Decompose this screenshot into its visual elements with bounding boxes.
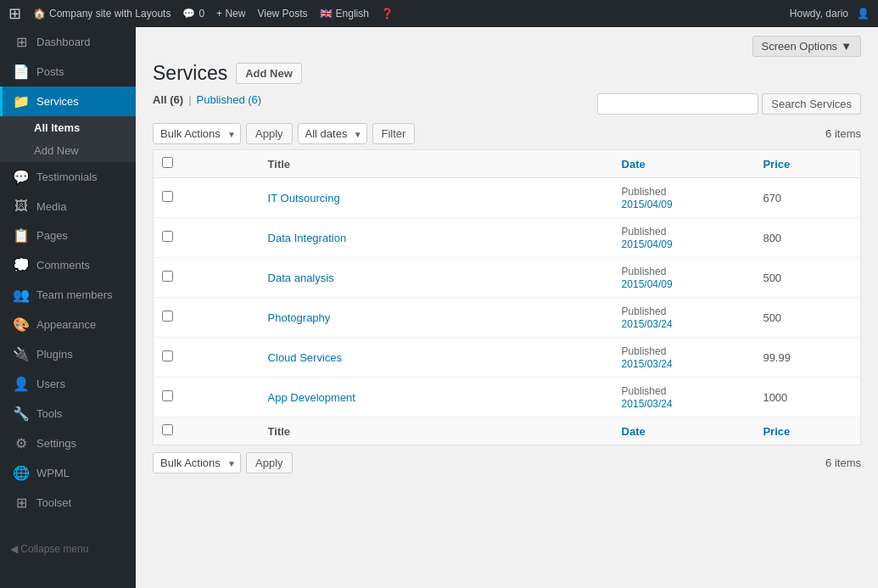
filter-published[interactable]: Published (6) [197, 93, 262, 106]
toolbar-top-right: 6 items [825, 127, 861, 140]
pub-status-5: Published [622, 385, 667, 397]
sidebar-item-pages[interactable]: 📋 Pages [0, 221, 136, 250]
search-input[interactable] [597, 93, 758, 115]
dashboard-icon: ⊞ [13, 34, 30, 50]
pub-date-2[interactable]: 2015/04/09 [622, 278, 673, 290]
appearance-icon: 🎨 [13, 316, 30, 333]
apply-top-button[interactable]: Apply [246, 123, 293, 144]
col-footer-price[interactable]: Price [754, 417, 860, 445]
collapse-menu[interactable]: ◀ Collapse menu [0, 535, 136, 563]
sidebar-item-comments[interactable]: 💭 Comments [0, 250, 136, 280]
add-new-button[interactable]: Add New [236, 63, 302, 84]
bulk-actions-top-wrap: Bulk Actions ▼ [153, 123, 241, 144]
all-dates-wrap: All dates ▼ [298, 123, 367, 144]
sidebar: ⊞ Dashboard 📄 Posts 📁 Services All Items… [0, 27, 136, 588]
row-checkbox-1[interactable] [162, 231, 173, 242]
team-icon: 👥 [13, 287, 30, 303]
settings-icon: ⚙ [13, 435, 30, 451]
all-dates-select[interactable]: All dates [298, 123, 367, 144]
service-title-5[interactable]: App Development [268, 391, 355, 404]
pub-date-5[interactable]: 2015/03/24 [622, 398, 673, 410]
sidebar-item-posts[interactable]: 📄 Posts [0, 57, 136, 87]
pub-date-4[interactable]: 2015/03/24 [622, 358, 673, 370]
comments-link[interactable]: 💬 0 [182, 8, 204, 20]
services-icon: 📁 [13, 93, 30, 109]
sidebar-item-dashboard[interactable]: ⊞ Dashboard [0, 27, 136, 57]
sidebar-item-users[interactable]: 👤 Users [0, 369, 136, 399]
help-icon[interactable]: ❓ [381, 8, 394, 20]
service-title-1[interactable]: Data Integration [268, 232, 347, 244]
select-all-checkbox-bottom[interactable] [162, 424, 173, 435]
sidebar-item-services[interactable]: 📁 Services [0, 87, 136, 116]
filter-button[interactable]: Filter [372, 123, 416, 144]
services-table: Title Date Price IT Outsourcing Publishe… [153, 149, 861, 445]
filter-links: All (6) | Published (6) [153, 93, 261, 106]
sidebar-item-settings[interactable]: ⚙ Settings [0, 428, 136, 458]
pub-status-3: Published [622, 305, 667, 317]
price-value-3: 500 [754, 298, 860, 338]
price-value-5: 1000 [754, 378, 860, 417]
service-title-3[interactable]: Photography [268, 311, 331, 324]
apply-bottom-button[interactable]: Apply [246, 452, 293, 473]
items-count-top: 6 items [825, 127, 861, 140]
search-services-button[interactable]: Search Services [762, 93, 861, 115]
user-avatar[interactable]: 👤 [857, 8, 870, 20]
sidebar-item-wpml[interactable]: 🌐 WPML [0, 458, 136, 488]
service-title-0[interactable]: IT Outsourcing [268, 192, 340, 204]
page-title: Services [153, 62, 227, 85]
toolbar-top: Bulk Actions ▼ Apply All dates ▼ Filter … [153, 123, 861, 144]
screen-options-bar: Screen Options ▼ [153, 36, 861, 57]
select-all-checkbox-top[interactable] [162, 157, 173, 168]
filter-all[interactable]: All (6) [153, 93, 183, 106]
search-box: Search Services [597, 93, 861, 115]
price-value-0: 670 [754, 178, 860, 218]
view-posts-link[interactable]: View Posts [257, 8, 307, 20]
screen-options-button[interactable]: Screen Options ▼ [752, 36, 861, 57]
bulk-actions-bottom-wrap: Bulk Actions ▼ [153, 452, 241, 473]
row-checkbox-5[interactable] [162, 390, 173, 401]
sidebar-item-plugins[interactable]: 🔌 Plugins [0, 339, 136, 369]
bulk-actions-top-select[interactable]: Bulk Actions [153, 123, 241, 144]
price-value-4: 99.99 [754, 338, 860, 378]
posts-icon: 📄 [13, 64, 30, 80]
col-footer-date[interactable]: Date [613, 417, 755, 445]
pub-date-3[interactable]: 2015/03/24 [622, 318, 673, 330]
users-icon: 👤 [13, 376, 30, 392]
sidebar-item-appearance[interactable]: 🎨 Appearance [0, 310, 136, 339]
main-content: Screen Options ▼ Services Add New All (6… [136, 27, 878, 588]
price-value-1: 800 [754, 218, 860, 258]
service-title-2[interactable]: Data analysis [268, 272, 334, 284]
sidebar-item-tools[interactable]: 🔧 Tools [0, 399, 136, 428]
pub-status-2: Published [622, 266, 667, 277]
toolbar-bottom-left: Bulk Actions ▼ Apply [153, 452, 293, 473]
table-row: Data analysis Published 2015/04/09 500 [154, 258, 861, 298]
col-header-price[interactable]: Price [754, 150, 860, 178]
language-switcher[interactable]: 🇬🇧 English [320, 8, 369, 20]
price-value-2: 500 [754, 258, 860, 298]
row-checkbox-2[interactable] [162, 271, 173, 282]
pub-status-4: Published [622, 345, 667, 357]
row-checkbox-4[interactable] [162, 350, 173, 361]
bulk-actions-bottom-select[interactable]: Bulk Actions [153, 452, 241, 473]
row-checkbox-0[interactable] [162, 191, 173, 202]
pages-icon: 📋 [13, 227, 30, 244]
service-title-4[interactable]: Cloud Services [268, 351, 342, 364]
new-link[interactable]: + New [216, 8, 245, 20]
row-checkbox-3[interactable] [162, 311, 173, 322]
sidebar-item-team[interactable]: 👥 Team members [0, 280, 136, 310]
sidebar-item-testimonials[interactable]: 💬 Testimonials [0, 162, 136, 192]
pub-date-0[interactable]: 2015/04/09 [622, 199, 673, 210]
site-name[interactable]: 🏠 Company site with Layouts [33, 8, 171, 20]
sidebar-item-toolset[interactable]: ⊞ Toolset [0, 488, 136, 518]
pub-date-1[interactable]: 2015/04/09 [622, 238, 673, 250]
sidebar-add-new[interactable]: Add New [0, 139, 136, 162]
toolset-icon: ⊞ [13, 495, 30, 511]
col-header-date[interactable]: Date [613, 150, 755, 178]
howdy-user[interactable]: Howdy, dario [790, 8, 848, 20]
wp-logo-icon[interactable]: ⊞ [8, 4, 21, 23]
sidebar-item-media[interactable]: 🖼 Media [0, 192, 136, 221]
col-header-title: Title [260, 150, 613, 178]
plugins-icon: 🔌 [13, 346, 30, 362]
sidebar-all-items[interactable]: All Items [0, 116, 136, 139]
table-row: Cloud Services Published 2015/03/24 99.9… [154, 338, 861, 378]
